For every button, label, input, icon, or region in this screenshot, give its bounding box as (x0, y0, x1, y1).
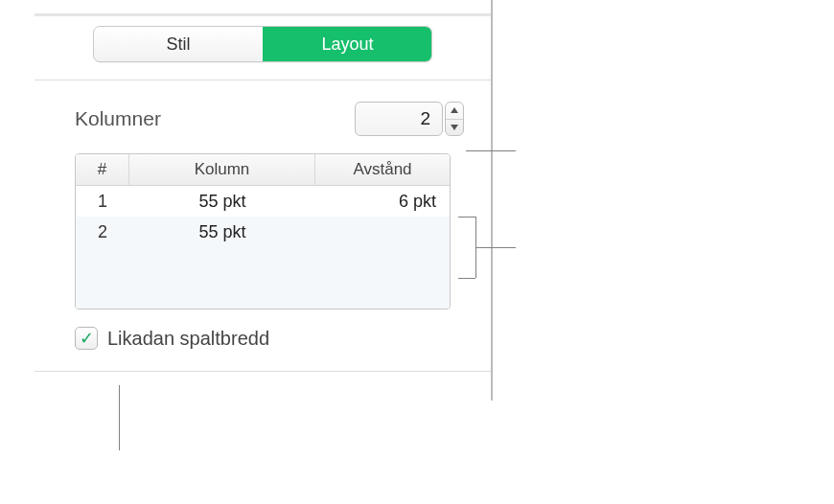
stepper-up-button[interactable] (446, 103, 463, 120)
divider (35, 80, 491, 80)
columns-table: # Kolumn Avstånd 155 pkt6 pkt255 pkt (75, 153, 451, 309)
divider (35, 371, 491, 372)
equal-width-row: ✓ Likadan spaltbredd (75, 327, 491, 350)
layout-panel: Stil Layout Kolumner 2 # Kolumn Avstånd … (35, 0, 493, 401)
columns-label: Kolumner (75, 107, 161, 130)
leader-line (466, 150, 516, 151)
leader-line (458, 217, 475, 218)
tab-stil[interactable]: Stil (94, 27, 263, 61)
cell-number: 2 (76, 217, 129, 247)
columns-row: Kolumner 2 (35, 102, 491, 136)
leader-line (475, 247, 516, 248)
cell-number: 1 (76, 186, 129, 217)
checkmark-icon: ✓ (80, 330, 94, 347)
leader-line (119, 385, 120, 450)
divider (35, 13, 491, 16)
leader-line (458, 278, 475, 279)
columns-input[interactable]: 2 (355, 102, 443, 136)
cell-kolumn: 55 pkt (129, 186, 315, 217)
stepper-down-button[interactable] (446, 120, 463, 136)
tab-layout[interactable]: Layout (263, 27, 431, 61)
equal-width-checkbox[interactable]: ✓ (75, 327, 98, 350)
th-kolumn: Kolumn (129, 154, 315, 185)
table-row[interactable]: 155 pkt6 pkt (76, 186, 450, 217)
columns-stepper: 2 (355, 102, 464, 136)
table-row[interactable]: 255 pkt (76, 217, 450, 247)
cell-avstand: 6 pkt (315, 186, 450, 217)
table-empty-area (76, 247, 450, 309)
th-avstand: Avstånd (315, 154, 450, 185)
stepper-control (445, 102, 464, 136)
cell-avstand (315, 217, 450, 247)
cell-kolumn: 55 pkt (129, 217, 315, 247)
table-body: 155 pkt6 pkt255 pkt (76, 186, 450, 247)
equal-width-label: Likadan spaltbredd (107, 328, 269, 350)
th-number: # (76, 154, 129, 185)
table-header: # Kolumn Avstånd (76, 154, 450, 186)
segmented-control: Stil Layout (35, 26, 491, 80)
segmented-wrap: Stil Layout (93, 26, 432, 62)
